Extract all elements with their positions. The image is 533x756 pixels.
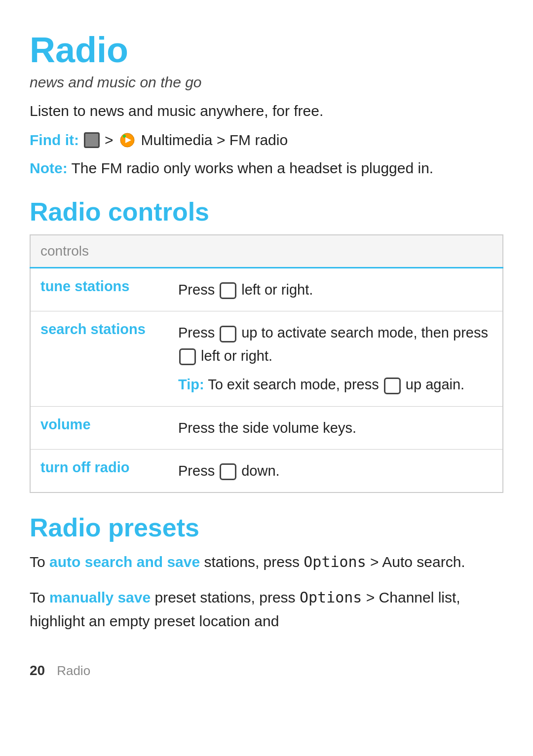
action-volume-desc: Press the side volume keys.	[168, 406, 503, 449]
footer-label: Radio	[57, 663, 90, 679]
page-subtitle: news and music on the go	[30, 74, 503, 91]
find-it-path: Multimedia > FM radio	[141, 132, 288, 149]
auto-search-paragraph: To auto search and save stations, press …	[30, 550, 503, 574]
radio-presets-heading: Radio presets	[30, 513, 503, 542]
controls-table-header: controls	[30, 235, 503, 268]
intro-text: Listen to news and music anywhere, for f…	[30, 103, 503, 119]
action-turn-off: turn off radio	[30, 449, 168, 492]
search-stations-main-desc: Press up to activate search mode, then p…	[178, 321, 493, 367]
table-row: turn off radio Press down.	[30, 449, 503, 492]
table-row: search stations Press up to activate sea…	[30, 311, 503, 406]
search-stations-tip: Tip: To exit search mode, press up again…	[178, 373, 493, 396]
action-search-stations-desc: Press up to activate search mode, then p…	[168, 311, 503, 406]
find-it-label: Find it:	[30, 132, 79, 149]
action-turn-off-desc: Press down.	[168, 449, 503, 492]
nav-key-icon-5	[220, 463, 236, 480]
page-number: 20	[30, 663, 45, 679]
arrow-separator: >	[105, 132, 114, 149]
action-tune-stations: tune stations	[30, 268, 168, 311]
options-text-1: Options	[304, 553, 366, 570]
manually-save-link: manually save	[49, 589, 151, 605]
nav-key-icon-4	[384, 378, 401, 394]
table-row: tune stations Press left or right.	[30, 268, 503, 311]
page-footer: 20 Radio	[30, 663, 503, 679]
svg-point-2	[123, 135, 126, 138]
home-icon	[84, 132, 100, 148]
note-line: Note: The FM radio only works when a hea…	[30, 157, 503, 179]
radio-controls-heading: Radio controls	[30, 197, 503, 227]
manually-save-paragraph: To manually save preset stations, press …	[30, 586, 503, 633]
options-text-2: Options	[300, 589, 362, 606]
action-search-stations: search stations	[30, 311, 168, 406]
nav-key-icon	[220, 282, 236, 299]
find-it-line: Find it: > Multimedia > FM radio	[30, 131, 503, 149]
radio-presets-section: Radio presets To auto search and save st…	[30, 513, 503, 633]
nav-key-icon-3	[179, 348, 196, 365]
tip-label: Tip:	[178, 377, 204, 392]
table-row: volume Press the side volume keys.	[30, 406, 503, 449]
auto-search-link: auto search and save	[49, 554, 200, 570]
controls-table: controls tune stations Press left or rig…	[30, 234, 503, 493]
note-label: Note:	[30, 160, 68, 176]
nav-key-icon-2	[220, 326, 236, 342]
action-tune-stations-desc: Press left or right.	[168, 268, 503, 311]
multimedia-icon	[118, 131, 136, 149]
page-title: Radio	[30, 30, 503, 70]
action-volume: volume	[30, 406, 168, 449]
note-text: The FM radio only works when a headset i…	[71, 160, 433, 176]
